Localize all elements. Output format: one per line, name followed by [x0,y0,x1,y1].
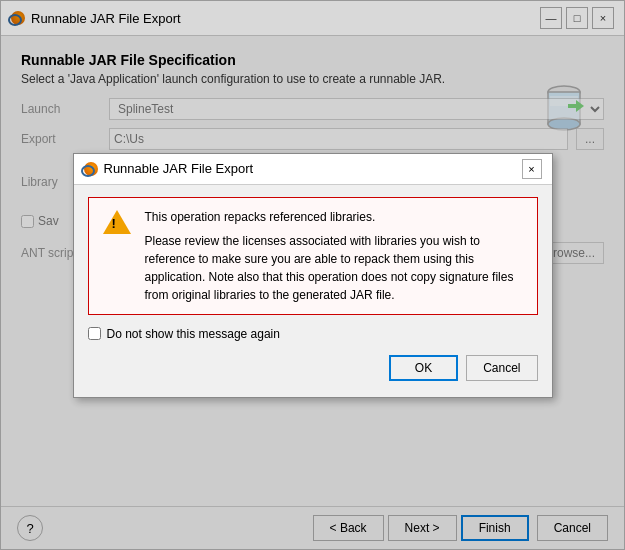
warning-text: This operation repacks referenced librar… [145,208,525,304]
warning-title-text: This operation repacks referenced librar… [145,208,525,226]
dialog-ok-button[interactable]: OK [389,355,458,381]
dialog-close-button[interactable]: × [522,159,542,179]
dialog-buttons: OK Cancel [88,355,538,385]
warning-body-text: Please review the licenses associated wi… [145,232,525,304]
main-window: Runnable JAR File Export — □ × Runnable … [0,0,625,550]
do-not-show-checkbox[interactable] [88,327,101,340]
dialog-app-icon [84,162,98,176]
warning-box: This operation repacks referenced librar… [88,197,538,315]
do-not-show-label: Do not show this message again [107,327,280,341]
modal-overlay: Runnable JAR File Export × This operatio… [1,1,624,549]
dialog-cancel-button[interactable]: Cancel [466,355,537,381]
warning-dialog: Runnable JAR File Export × This operatio… [73,153,553,398]
dialog-body: This operation repacks referenced librar… [74,185,552,397]
dialog-title-bar: Runnable JAR File Export × [74,154,552,185]
dialog-title: Runnable JAR File Export [104,161,254,176]
do-not-show-row: Do not show this message again [88,327,538,341]
warning-triangle-icon [101,208,133,240]
triangle-shape [103,210,131,234]
